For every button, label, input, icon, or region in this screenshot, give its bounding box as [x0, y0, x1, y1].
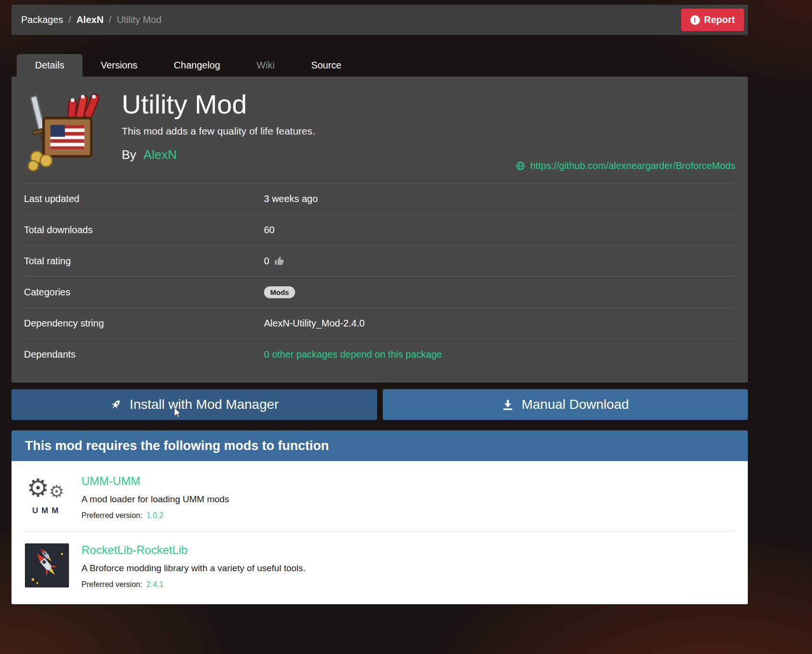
row-label: Last updated — [24, 193, 264, 204]
breadcrumb-packages[interactable]: Packages — [21, 14, 63, 25]
table-row: Last updated 3 weeks ago — [24, 183, 735, 214]
package-header: Utility Mod This mod adds a few quality … — [11, 77, 748, 179]
gear-icon: ⚙ — [49, 483, 64, 500]
package-details-panel: Utility Mod This mod adds a few quality … — [11, 77, 748, 383]
preferred-version-label: Preferred version: — [81, 511, 142, 519]
toolbox-artwork-icon — [24, 89, 109, 174]
total-downloads-value: 60 — [264, 225, 274, 236]
requires-heading-text: This mod requires the following mods to … — [25, 439, 329, 453]
dependencies-panel: ⚙ ⚙ UMM UMM-UMM A mod loader for loading… — [11, 461, 748, 604]
gears-icon: ⚙ ⚙ — [25, 474, 69, 504]
umm-icon-letters: UMM — [32, 506, 62, 516]
row-label: Dependants — [24, 349, 264, 360]
rockets-icon — [25, 543, 69, 587]
tab-changelog[interactable]: Changelog — [156, 54, 239, 77]
dependency-description: A Broforce modding library with a variet… — [81, 563, 306, 574]
package-tabs: Details Versions Changelog Wiki Source — [11, 54, 748, 77]
breadcrumb: Packages / AlexN / Utility Mod — [21, 14, 161, 25]
preferred-version-link[interactable]: 1.0.2 — [147, 511, 164, 519]
rocket-icon — [107, 396, 125, 414]
row-label: Total rating — [24, 256, 264, 267]
table-row: Dependency string AlexN-Utility_Mod-2.4.… — [24, 308, 735, 339]
umm-mod-icon: ⚙ ⚙ UMM — [25, 474, 69, 519]
list-item: RocketLib-RocketLib A Broforce modding l… — [25, 532, 734, 600]
preferred-version: Preferred version: 2.4.1 — [81, 580, 306, 589]
breadcrumb-separator: / — [109, 14, 112, 25]
page-title: Utility Mod — [122, 89, 315, 120]
dependency-name-link[interactable]: UMM-UMM — [81, 474, 229, 488]
download-icon — [502, 398, 514, 411]
install-with-mod-manager-button[interactable]: Install with Mod Manager — [11, 389, 377, 420]
package-info-table: Last updated 3 weeks ago Total downloads… — [24, 183, 735, 370]
package-byline: By AlexN — [122, 147, 315, 162]
preferred-version-link[interactable]: 2.4.1 — [147, 580, 164, 588]
exclamation-circle-icon: ! — [690, 15, 700, 25]
tab-details[interactable]: Details — [17, 54, 82, 77]
table-row: Dependants 0 other packages depend on th… — [24, 339, 735, 370]
rocketlib-mod-icon — [25, 543, 69, 587]
install-button-label: Install with Mod Manager — [130, 397, 279, 412]
row-label: Categories — [24, 287, 264, 298]
report-button-label: Report — [704, 14, 735, 25]
report-button[interactable]: ! Report — [681, 9, 744, 31]
breadcrumb-bar: Packages / AlexN / Utility Mod ! Report — [11, 5, 748, 35]
website-link[interactable]: https://github.com/alexneargarder/Brofor… — [515, 160, 735, 171]
manual-download-button[interactable]: Manual Download — [383, 389, 748, 420]
requires-header: This mod requires the following mods to … — [11, 430, 748, 461]
website-url: https://github.com/alexneargarder/Brofor… — [530, 160, 735, 171]
breadcrumb-current-package: Utility Mod — [117, 14, 161, 25]
total-rating-value: 0 — [264, 256, 285, 267]
table-row: Total downloads 60 — [24, 214, 735, 246]
dependency-info: UMM-UMM A mod loader for loading UMM mod… — [81, 474, 229, 520]
tab-versions[interactable]: Versions — [82, 54, 156, 77]
gear-icon: ⚙ — [27, 475, 49, 500]
table-row: Categories Mods — [24, 277, 735, 308]
preferred-version-label: Preferred version: — [81, 580, 142, 588]
row-label: Dependency string — [24, 318, 264, 329]
content-container: Packages / AlexN / Utility Mod ! Report … — [11, 5, 748, 604]
package-description: This mod adds a few quality of life feat… — [122, 125, 315, 137]
last-updated-value: 3 weeks ago — [264, 193, 318, 204]
breadcrumb-author[interactable]: AlexN — [76, 14, 103, 25]
tab-source[interactable]: Source — [293, 54, 359, 77]
tab-wiki[interactable]: Wiki — [239, 54, 293, 77]
thumbs-up-icon — [274, 256, 285, 266]
page-background: Packages / AlexN / Utility Mod ! Report … — [0, 0, 812, 654]
package-head-info: Utility Mod This mod adds a few quality … — [122, 89, 315, 174]
dependency-name-link[interactable]: RocketLib-RocketLib — [81, 543, 306, 557]
dependency-string-value: AlexN-Utility_Mod-2.4.0 — [264, 318, 365, 329]
dependency-description: A mod loader for loading UMM mods — [81, 494, 229, 505]
preferred-version: Preferred version: 1.0.2 — [81, 511, 229, 520]
dependency-info: RocketLib-RocketLib A Broforce modding l… — [81, 543, 306, 589]
rating-count: 0 — [264, 256, 269, 267]
action-buttons: Install with Mod Manager Manual Download — [11, 389, 748, 420]
table-row: Total rating 0 — [24, 246, 735, 277]
dependants-link[interactable]: 0 other packages depend on this package — [264, 349, 442, 360]
download-button-label: Manual Download — [522, 397, 629, 412]
categories-value: Mods — [264, 286, 295, 298]
by-label: By — [122, 147, 136, 162]
author-link[interactable]: AlexN — [144, 147, 177, 162]
row-label: Total downloads — [24, 225, 264, 236]
globe-icon — [515, 161, 526, 171]
package-icon — [24, 89, 109, 174]
list-item: ⚙ ⚙ UMM UMM-UMM A mod loader for loading… — [25, 463, 734, 532]
category-badge: Mods — [264, 286, 295, 298]
breadcrumb-separator: / — [69, 14, 71, 25]
